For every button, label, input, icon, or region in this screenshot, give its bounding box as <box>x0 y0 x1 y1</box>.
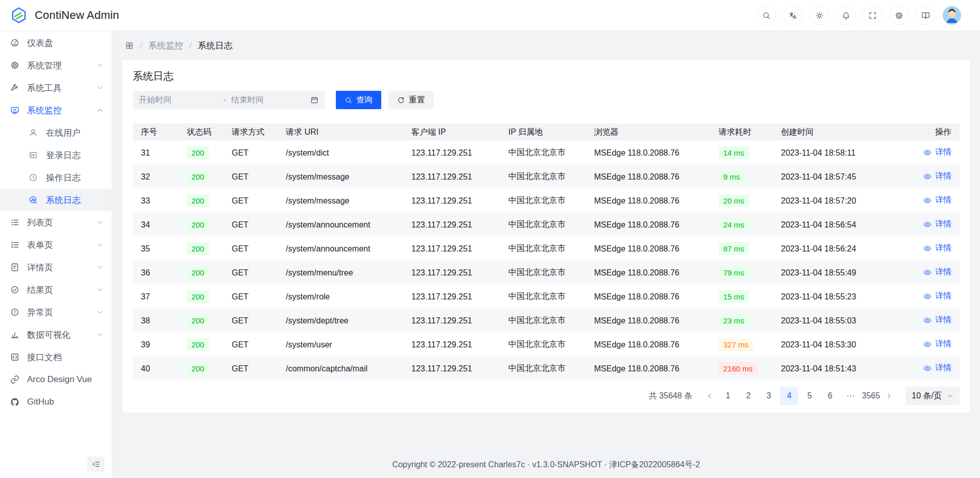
page-number[interactable]: 3 <box>760 387 778 405</box>
sidebar-item-detail-pages[interactable]: 详情页 <box>0 256 112 279</box>
page-number-current[interactable]: 4 <box>780 387 798 405</box>
prev-page-button[interactable] <box>701 387 718 405</box>
system-log-icon <box>29 195 38 205</box>
pagination-total: 共 35648 条 <box>649 391 692 401</box>
search-button[interactable] <box>756 6 776 25</box>
col-actions: 操作 <box>912 123 960 141</box>
dashboard-icon <box>10 38 19 47</box>
cell-uri: /system/dept/tree <box>278 309 403 333</box>
page-number[interactable]: 5 <box>800 387 819 405</box>
search-button[interactable]: 查询 <box>336 91 381 109</box>
notifications-button[interactable] <box>836 6 855 25</box>
page-ellipsis[interactable]: ··· <box>841 387 860 405</box>
detail-link[interactable]: 详情 <box>923 339 951 349</box>
eye-icon <box>923 148 932 157</box>
fullscreen-button[interactable] <box>863 6 882 25</box>
table-row: 33 200 GET /system/message 123.117.129.2… <box>133 189 960 213</box>
cell-uri: /system/announcement <box>278 237 403 261</box>
page-size-select[interactable]: 10 条/页 <box>905 387 960 405</box>
cell-index: 33 <box>133 189 179 213</box>
cell-actions: 详情 <box>912 333 960 357</box>
cell-method: GET <box>224 237 278 261</box>
cell-ip: 123.117.129.251 <box>403 165 500 189</box>
sidebar-item-github[interactable]: GitHub <box>0 391 112 413</box>
cell-ip: 123.117.129.251 <box>403 237 500 261</box>
eye-icon <box>923 220 932 229</box>
detail-link[interactable]: 详情 <box>923 219 951 230</box>
sidebar-item-online-users[interactable]: 在线用户 <box>0 121 112 144</box>
footer-copyright: Copyright © 2022-present Charles7c · v1.… <box>112 460 980 470</box>
user-icon <box>29 128 38 137</box>
duration-badge: 15 ms <box>719 290 749 303</box>
page-number[interactable]: 6 <box>821 387 839 405</box>
sidebar-item-arco-design-vue[interactable]: Arco Design Vue <box>0 368 112 391</box>
sidebar-item-label: 异常页 <box>27 307 96 318</box>
date-range-picker[interactable]: 开始时间 - 结束时间 <box>133 91 325 109</box>
sidebar-item-label: 列表页 <box>27 217 96 229</box>
filter-row: 开始时间 - 结束时间 查询 重置 <box>133 91 960 109</box>
translate-button[interactable] <box>783 6 802 25</box>
cell-uri: /system/user <box>278 333 403 357</box>
brand[interactable]: ContiNew Admin <box>10 7 119 24</box>
sidebar-item-api-docs[interactable]: 接口文档 <box>0 346 112 368</box>
cell-created: 2023-11-04 18:53:30 <box>773 333 912 357</box>
cell-ip: 123.117.129.251 <box>403 285 500 309</box>
settings-button[interactable] <box>889 6 909 25</box>
cell-status: 200 <box>179 357 224 381</box>
page-size-value: 10 条/页 <box>912 391 942 401</box>
docs-button[interactable] <box>916 6 935 25</box>
history-clock-icon <box>29 173 38 182</box>
breadcrumb-item-monitor[interactable]: 系统监控 <box>149 40 183 52</box>
sidebar-item-operation-log[interactable]: 操作日志 <box>0 166 112 189</box>
table-row: 31 200 GET /system/dict 123.117.129.251 … <box>133 141 960 165</box>
cell-ip: 123.117.129.251 <box>403 357 500 381</box>
status-badge: 200 <box>187 146 209 159</box>
sidebar-item-label: 接口文档 <box>27 351 108 363</box>
sidebar-item-data-visualization[interactable]: 数据可视化 <box>0 323 112 346</box>
detail-link[interactable]: 详情 <box>923 171 951 182</box>
detail-link[interactable]: 详情 <box>923 267 951 278</box>
detail-link[interactable]: 详情 <box>923 363 951 373</box>
detail-link[interactable]: 详情 <box>923 315 951 325</box>
sidebar-item-label: 结果页 <box>27 284 96 296</box>
sidebar-item-dashboard[interactable]: 仪表盘 <box>0 32 112 54</box>
page-number[interactable]: 3565 <box>862 387 880 405</box>
detail-link[interactable]: 详情 <box>923 195 951 206</box>
sidebar-item-system-monitor[interactable]: 系统监控 <box>0 99 112 121</box>
status-badge: 200 <box>187 266 209 279</box>
next-page-button[interactable] <box>881 387 897 405</box>
eye-icon <box>923 316 932 324</box>
sidebar-item-form-pages[interactable]: 表单页 <box>0 234 112 256</box>
sidebar-item-login-log[interactable]: 登录日志 <box>0 144 112 166</box>
duration-badge: 2160 ms <box>719 362 757 375</box>
sidebar-item-label: GitHub <box>27 397 108 407</box>
breadcrumb-grid-icon[interactable] <box>125 41 134 50</box>
sidebar-item-result-pages[interactable]: 结果页 <box>0 279 112 301</box>
sidebar-item-exception-pages[interactable]: 异常页 <box>0 301 112 323</box>
list-icon <box>10 218 19 227</box>
status-badge: 200 <box>187 218 209 231</box>
sidebar-item-system-log[interactable]: 系统日志 <box>0 189 112 211</box>
page-number[interactable]: 1 <box>719 387 737 405</box>
breadcrumb: / 系统监控 / 系统日志 <box>112 31 980 60</box>
reset-button[interactable]: 重置 <box>388 91 434 109</box>
app-title: ContiNew Admin <box>35 9 119 22</box>
cell-created: 2023-11-04 18:55:49 <box>773 261 912 285</box>
sidebar-item-list-pages[interactable]: 列表页 <box>0 211 112 234</box>
theme-toggle-button[interactable] <box>810 6 829 25</box>
form-icon <box>10 240 19 249</box>
sidebar-item-system-management[interactable]: 系统管理 <box>0 54 112 77</box>
reset-button-label: 重置 <box>409 95 425 106</box>
col-uri: 请求 URI <box>278 123 403 141</box>
user-avatar[interactable] <box>942 6 962 25</box>
page-number[interactable]: 2 <box>739 387 757 405</box>
cell-actions: 详情 <box>912 261 960 285</box>
cell-actions: 详情 <box>912 165 960 189</box>
detail-link[interactable]: 详情 <box>923 243 951 254</box>
collapse-sidebar-button[interactable] <box>87 457 105 472</box>
sidebar-item-system-tools[interactable]: 系统工具 <box>0 77 112 99</box>
detail-link[interactable]: 详情 <box>923 291 951 301</box>
detail-link[interactable]: 详情 <box>923 147 951 158</box>
cell-index: 36 <box>133 261 179 285</box>
cell-uri: /common/captcha/mail <box>278 357 403 381</box>
